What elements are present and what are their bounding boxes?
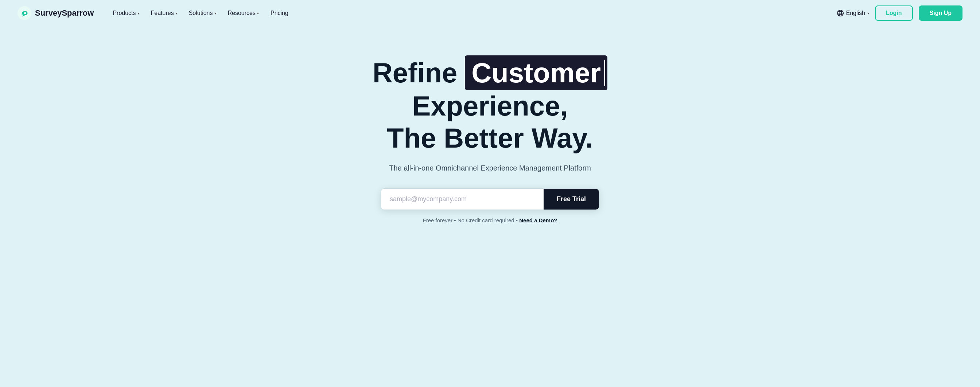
brand-name: SurveySparrow bbox=[35, 8, 94, 18]
svg-point-1 bbox=[24, 12, 26, 14]
hero-title-end: Experience, bbox=[412, 90, 568, 121]
nav-item-pricing[interactable]: Pricing bbox=[266, 7, 293, 19]
nav-item-resources[interactable]: Resources ▾ bbox=[223, 7, 263, 19]
globe-icon bbox=[837, 10, 844, 17]
need-demo-link[interactable]: Need a Demo? bbox=[519, 217, 557, 224]
hero-title: Refine Customer Experience, The Better W… bbox=[317, 56, 663, 154]
nav-link-solutions[interactable]: Solutions ▾ bbox=[185, 7, 221, 19]
nav-left: SurveySparrow Products ▾ Features ▾ Solu… bbox=[18, 6, 293, 20]
navbar: SurveySparrow Products ▾ Features ▾ Solu… bbox=[0, 0, 980, 26]
hero-title-start: Refine bbox=[372, 57, 465, 88]
hero-title-highlight: Customer bbox=[465, 56, 608, 90]
nav-link-pricing[interactable]: Pricing bbox=[266, 7, 293, 19]
nav-link-products[interactable]: Products ▾ bbox=[108, 7, 143, 19]
chevron-down-icon: ▾ bbox=[175, 11, 177, 15]
free-trial-button[interactable]: Free Trial bbox=[544, 189, 599, 209]
login-button[interactable]: Login bbox=[875, 5, 913, 21]
nav-item-solutions[interactable]: Solutions ▾ bbox=[185, 7, 221, 19]
logo-link[interactable]: SurveySparrow bbox=[18, 6, 94, 20]
nav-right: English ▾ Login Sign Up bbox=[837, 5, 963, 21]
hero-footnote: Free forever • No Credit card required •… bbox=[423, 217, 557, 224]
nav-item-features[interactable]: Features ▾ bbox=[146, 7, 181, 19]
nav-link-features[interactable]: Features ▾ bbox=[146, 7, 181, 19]
nav-links: Products ▾ Features ▾ Solutions ▾ Resour… bbox=[108, 7, 293, 19]
hero-title-line2: The Better Way. bbox=[387, 122, 593, 154]
email-form: Free Trial bbox=[380, 189, 600, 210]
chevron-down-icon: ▾ bbox=[867, 11, 869, 15]
nav-item-products[interactable]: Products ▾ bbox=[108, 7, 143, 19]
chevron-down-icon: ▾ bbox=[137, 11, 139, 15]
footnote-text: Free forever • No Credit card required • bbox=[423, 217, 518, 224]
hero-subtitle: The all-in-one Omnichannel Experience Ma… bbox=[389, 164, 591, 172]
signup-button[interactable]: Sign Up bbox=[919, 5, 963, 21]
email-input[interactable] bbox=[381, 189, 544, 209]
chevron-down-icon: ▾ bbox=[257, 11, 259, 15]
language-label: English bbox=[846, 10, 865, 16]
hero-section: Refine Customer Experience, The Better W… bbox=[0, 26, 980, 245]
logo-icon bbox=[18, 6, 31, 20]
chevron-down-icon: ▾ bbox=[215, 11, 216, 15]
language-selector[interactable]: English ▾ bbox=[837, 10, 869, 17]
nav-link-resources[interactable]: Resources ▾ bbox=[223, 7, 263, 19]
